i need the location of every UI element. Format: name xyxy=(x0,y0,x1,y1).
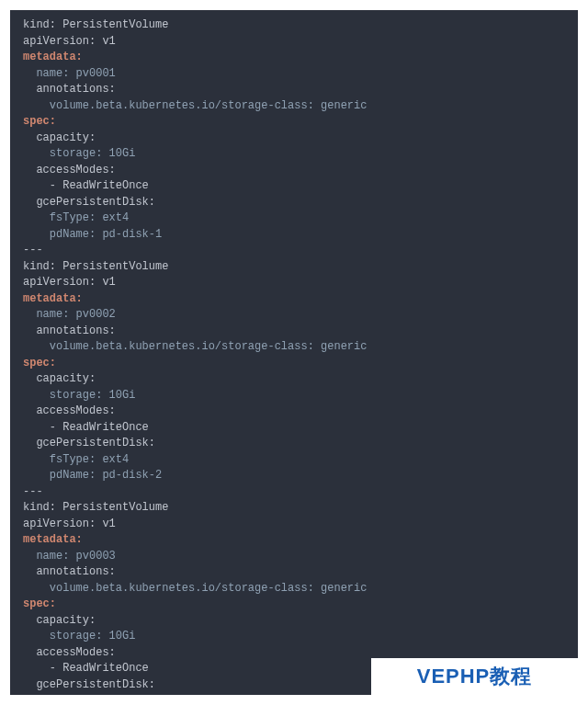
token: - ReadWriteOnce xyxy=(23,662,149,675)
token: - ReadWriteOnce xyxy=(23,421,149,434)
code-line: accessModes: xyxy=(23,404,116,417)
code-line: capacity: xyxy=(23,131,96,144)
token: spec: xyxy=(23,115,56,128)
token: capacity: xyxy=(23,614,96,627)
token: kind: PersistentVolume xyxy=(23,260,168,273)
code-line: capacity: xyxy=(23,372,96,385)
code-line: gcePersistentDisk: xyxy=(23,196,155,209)
token: fsType: ext4 xyxy=(23,694,129,695)
code-line: accessModes: xyxy=(23,164,116,176)
token: metadata: xyxy=(23,533,83,546)
token: annotations: xyxy=(23,324,116,337)
token: spec: xyxy=(23,357,56,370)
watermark-badge: VEPHP教程 xyxy=(371,658,578,695)
code-block: kind: PersistentVolume apiVersion: v1 me… xyxy=(10,10,578,695)
token: fsType: ext4 xyxy=(23,211,129,224)
token: annotations: xyxy=(23,565,116,578)
token: kind: PersistentVolume xyxy=(23,18,168,31)
token: pdName: pd-disk-1 xyxy=(23,228,162,241)
token: apiVersion: v1 xyxy=(23,517,116,530)
token: gcePersistentDisk: xyxy=(23,678,155,691)
code-line: annotations: xyxy=(23,565,116,578)
code-line: gcePersistentDisk: xyxy=(23,678,155,691)
watermark-text: VEPHP教程 xyxy=(417,663,533,690)
code-line: - ReadWriteOnce xyxy=(23,179,149,192)
code-line: kind: PersistentVolume xyxy=(23,18,168,31)
code-line: pdName: pd-disk-1 xyxy=(23,228,162,241)
code-line: annotations: xyxy=(23,83,116,96)
code-line: volume.beta.kubernetes.io/storage-class:… xyxy=(23,340,367,353)
token: volume.beta.kubernetes.io/storage-class:… xyxy=(23,340,367,353)
code-line: volume.beta.kubernetes.io/storage-class:… xyxy=(23,99,367,112)
token: accessModes: xyxy=(23,164,116,176)
token: apiVersion: v1 xyxy=(23,35,116,48)
token: capacity: xyxy=(23,131,96,144)
token: spec: xyxy=(23,597,56,610)
token: --- xyxy=(23,485,43,498)
token: capacity: xyxy=(23,372,96,385)
code-line: --- xyxy=(23,244,43,256)
code-line: storage: 10Gi xyxy=(23,630,135,642)
code-key: metadata: xyxy=(23,292,83,305)
code-line: fsType: ext4 xyxy=(23,694,129,695)
code-line: annotations: xyxy=(23,324,116,337)
code-key: metadata: xyxy=(23,533,83,546)
code-line: accessModes: xyxy=(23,646,116,659)
token: gcePersistentDisk: xyxy=(23,437,155,449)
token: name: pv0001 xyxy=(23,67,116,80)
code-line: capacity: xyxy=(23,614,96,627)
page: kind: PersistentVolume apiVersion: v1 me… xyxy=(0,0,588,705)
token: gcePersistentDisk: xyxy=(23,196,155,209)
code-key: metadata: xyxy=(23,51,83,63)
code-line: apiVersion: v1 xyxy=(23,517,116,530)
token: metadata: xyxy=(23,292,83,305)
code-line: - ReadWriteOnce xyxy=(23,421,149,434)
token: fsType: ext4 xyxy=(23,453,129,466)
code-line: --- xyxy=(23,485,43,498)
code-line: fsType: ext4 xyxy=(23,211,129,224)
token: name: pv0002 xyxy=(23,308,116,321)
token: annotations: xyxy=(23,83,116,96)
code-line: name: pv0001 xyxy=(23,67,116,80)
token: --- xyxy=(23,244,43,256)
code-key: spec: xyxy=(23,597,56,610)
code-line: volume.beta.kubernetes.io/storage-class:… xyxy=(23,582,367,595)
token: apiVersion: v1 xyxy=(23,276,116,289)
code-line: kind: PersistentVolume xyxy=(23,501,168,514)
token: storage: 10Gi xyxy=(23,389,135,402)
code-line: apiVersion: v1 xyxy=(23,276,116,289)
code-line: name: pv0002 xyxy=(23,308,116,321)
token: volume.beta.kubernetes.io/storage-class:… xyxy=(23,582,367,595)
token: volume.beta.kubernetes.io/storage-class:… xyxy=(23,99,367,112)
token: accessModes: xyxy=(23,646,116,659)
token: accessModes: xyxy=(23,404,116,417)
token: kind: PersistentVolume xyxy=(23,501,168,514)
token: storage: 10Gi xyxy=(23,147,135,160)
code-line: storage: 10Gi xyxy=(23,147,135,160)
token: name: pv0003 xyxy=(23,550,116,563)
code-line: kind: PersistentVolume xyxy=(23,260,168,273)
code-line: pdName: pd-disk-2 xyxy=(23,469,162,482)
token: storage: 10Gi xyxy=(23,630,135,642)
token: metadata: xyxy=(23,51,83,63)
token: pdName: pd-disk-2 xyxy=(23,469,162,482)
code-line: apiVersion: v1 xyxy=(23,35,116,48)
code-key: spec: xyxy=(23,115,56,128)
token: - ReadWriteOnce xyxy=(23,179,149,192)
code-line: name: pv0003 xyxy=(23,550,116,563)
code-line: gcePersistentDisk: xyxy=(23,437,155,449)
code-line: storage: 10Gi xyxy=(23,389,135,402)
code-key: spec: xyxy=(23,357,56,370)
code-line: fsType: ext4 xyxy=(23,453,129,466)
code-line: - ReadWriteOnce xyxy=(23,662,149,675)
